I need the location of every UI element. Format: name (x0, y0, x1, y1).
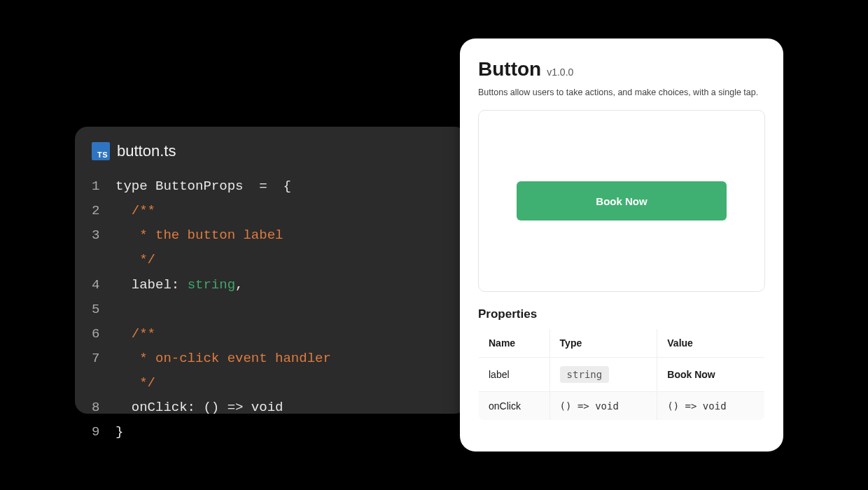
code-content: /** (115, 199, 155, 223)
code-line: */ (92, 248, 450, 272)
line-number: 5 (92, 298, 115, 322)
prop-name: label (479, 358, 550, 392)
prop-type: string (550, 358, 657, 392)
code-content: label: string, (115, 273, 243, 298)
code-content: type ButtonProps = { (115, 174, 291, 199)
line-number: 9 (92, 420, 115, 444)
code-block[interactable]: 1type ButtonProps = {2 /**3 * the button… (92, 174, 450, 445)
code-content: onClick: () => void (115, 396, 283, 420)
code-line: */ (92, 371, 450, 396)
component-preview-box: Book Now (478, 110, 765, 292)
component-title: Button (478, 58, 541, 80)
code-content: */ (115, 248, 155, 272)
editor-tab[interactable]: TS button.ts (92, 142, 450, 160)
line-number: 1 (92, 174, 115, 199)
typescript-file-icon: TS (92, 142, 110, 160)
code-line: 1type ButtonProps = { (92, 174, 450, 199)
code-line: 4 label: string, (92, 273, 450, 298)
type-chip: string (560, 366, 610, 383)
code-line: 2 /** (92, 199, 450, 223)
line-number: 6 (92, 322, 115, 346)
code-content: */ (115, 371, 155, 396)
code-content: * on-click event handler (115, 346, 331, 371)
line-number: 2 (92, 199, 115, 223)
line-number: 8 (92, 396, 115, 420)
code-content: } (115, 420, 123, 444)
component-version: v1.0.0 (547, 66, 573, 78)
code-line: 7 * on-click event handler (92, 346, 450, 371)
table-header-row: Name Type Value (479, 329, 765, 358)
line-number: 4 (92, 273, 115, 298)
prop-name: onClick (479, 392, 550, 421)
table-row: labelstringBook Now (479, 358, 765, 392)
code-editor-panel: TS button.ts 1type ButtonProps = {2 /**3… (75, 127, 467, 414)
code-line: 8 onClick: () => void (92, 396, 450, 420)
code-line: 3 * the button label (92, 223, 450, 248)
prop-value[interactable]: () => void (657, 392, 765, 421)
col-name: Name (479, 329, 550, 358)
line-number: 3 (92, 223, 115, 248)
prop-value[interactable]: Book Now (657, 358, 765, 392)
line-number (92, 248, 115, 272)
filename-label: button.ts (117, 142, 176, 160)
prop-type: () => void (550, 392, 657, 421)
demo-button[interactable]: Book Now (517, 181, 727, 220)
component-description: Buttons allow users to take actions, and… (478, 88, 765, 97)
line-number (92, 371, 115, 396)
code-line: 5 (92, 298, 450, 322)
col-type: Type (550, 329, 657, 358)
code-content: * the button label (115, 223, 283, 248)
properties-heading: Properties (478, 307, 765, 321)
code-content: /** (115, 322, 155, 346)
table-row: onClick() => void() => void (479, 392, 765, 421)
properties-table: Name Type Value labelstringBook NowonCli… (478, 328, 765, 421)
code-line: 6 /** (92, 322, 450, 346)
code-content (115, 298, 123, 322)
code-line: 9} (92, 420, 450, 444)
component-doc-card: Button v1.0.0 Buttons allow users to tak… (460, 38, 783, 451)
line-number: 7 (92, 346, 115, 371)
col-value: Value (657, 329, 765, 358)
